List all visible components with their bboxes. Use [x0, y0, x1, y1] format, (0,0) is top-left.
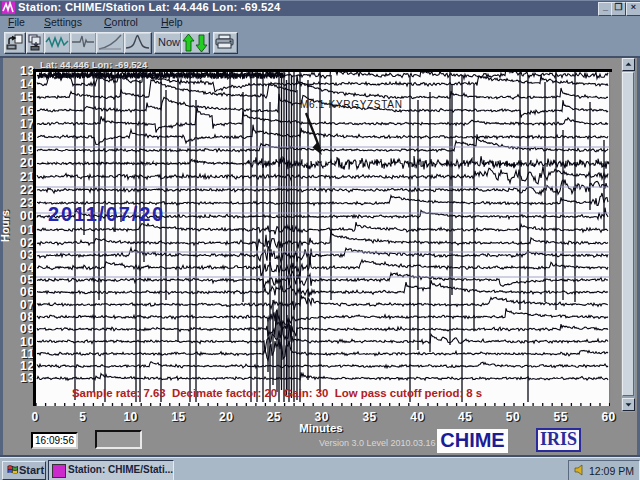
svg-text:M6.1 KYRGYZSTAN: M6.1 KYRGYZSTAN: [300, 99, 403, 110]
svg-text:2011/07/20: 2011/07/20: [48, 203, 165, 225]
svg-text:Sample rate: 7.63 Decimate fa: Sample rate: 7.63 Decimate factor: 20 Ga…: [72, 387, 482, 399]
